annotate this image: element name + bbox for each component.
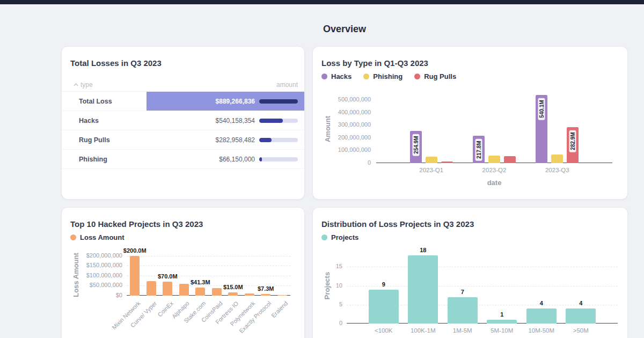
- x-axis-tick-label: 1M-5M: [453, 327, 472, 334]
- y-axis-tick-label: 100,000,000: [306, 146, 371, 153]
- y-axis-tick-label: $150,000,000: [58, 262, 122, 268]
- y-axis-tick-label: 10: [278, 282, 342, 289]
- amount-minibar: [259, 157, 298, 161]
- table-row[interactable]: Hacks$540,158,354: [62, 111, 304, 130]
- y-axis-tick-label: 400,000,000: [306, 109, 371, 115]
- gridline: [127, 256, 290, 256]
- table-body: Total Loss$889,266,836Hacks$540,158,354R…: [62, 92, 304, 169]
- bar-projects-1m-5m[interactable]: [448, 297, 478, 324]
- table-row[interactable]: Rug Pulls$282,958,482: [62, 130, 304, 150]
- y-axis-tick-label: $0: [58, 292, 122, 298]
- bar-value-label: 9: [382, 281, 385, 288]
- column-header-amount[interactable]: amount: [147, 81, 304, 89]
- y-axis-tick-label: 200,000,000: [306, 134, 371, 141]
- bar-phishing-2023-q2[interactable]: [488, 156, 500, 163]
- gridline: [127, 266, 290, 266]
- bar-rug-pulls-2023-q2[interactable]: [504, 156, 516, 163]
- bar-value-label: $41.3M: [191, 279, 210, 285]
- gridline: [127, 276, 290, 276]
- x-axis-tick-label: 2023-Q3: [545, 167, 569, 173]
- legend-item-projects[interactable]: Projects: [321, 233, 358, 241]
- row-amount-value: $540,158,354: [216, 117, 255, 124]
- x-axis-tick-label: 100K-1M: [411, 327, 436, 334]
- chart-legend: HacksPhishingRug Pulls: [321, 72, 456, 80]
- bar-value-label: $7.3M: [258, 285, 274, 292]
- loss-by-type-chart: 0100,000,000200,000,000300,000,000400,00…: [376, 93, 612, 163]
- row-type-label: Phishing: [62, 150, 147, 168]
- bar-loss-amount-polynetwork[interactable]: [245, 293, 254, 296]
- row-amount-cell: $540,158,354: [147, 111, 304, 130]
- loss-distribution-chart: 0510159<100K18100K-1M71M-5M15M-10M410M-5…: [347, 248, 618, 324]
- y-axis-tick-label: 500,000,000: [306, 96, 371, 102]
- y-axis-tick-label: $100,000,000: [58, 272, 122, 278]
- bar-projects-5m-10m[interactable]: [487, 320, 517, 324]
- y-axis-tick-label: 0: [306, 159, 371, 166]
- y-axis-tick-label: 5: [278, 301, 342, 307]
- bar-loss-amount-fortress-io[interactable]: [228, 292, 238, 296]
- bar-loss-amount-stake-com[interactable]: [195, 288, 205, 296]
- legend-label: Projects: [331, 233, 358, 241]
- amount-minibar-fill: [259, 138, 272, 142]
- bar-loss-amount-curve-vyper[interactable]: [147, 281, 156, 296]
- y-axis-tick-label: 15: [278, 263, 342, 269]
- bar-projects-10m-50m[interactable]: [526, 308, 557, 324]
- amount-minibar-fill: [259, 99, 298, 104]
- chart-legend: Projects: [321, 233, 358, 241]
- x-axis-tick-label: 5M-10M: [491, 327, 513, 334]
- x-axis-tick-text: Mixin Network: [111, 300, 141, 330]
- bar-value-text: 254.9M: [412, 134, 419, 156]
- row-amount-cell: $889,266,836: [147, 92, 304, 111]
- card-loss-distribution: Distribution of Loss Projects in Q3 2023…: [312, 207, 628, 338]
- row-type-label: Hacks: [62, 111, 147, 130]
- bar-value-label: 4: [579, 300, 582, 306]
- bar-rug-pulls-2023-q1[interactable]: [441, 161, 453, 164]
- legend-label: Phishing: [373, 72, 402, 80]
- row-amount-value: $282,958,482: [216, 136, 255, 144]
- row-type-label: Total Loss: [62, 92, 147, 111]
- y-axis-tick-label: $200,000,000: [58, 252, 122, 259]
- bar-loss-amount-eralend[interactable]: [277, 295, 287, 296]
- bar-value-text: 282.9M: [569, 130, 576, 152]
- bar-phishing-2023-q3[interactable]: [551, 155, 563, 163]
- legend-label: Hacks: [331, 72, 352, 80]
- legend-item-hacks[interactable]: Hacks: [321, 72, 352, 80]
- table-row[interactable]: Total Loss$889,266,836: [62, 92, 304, 111]
- bar-loss-amount-coinex[interactable]: [163, 282, 172, 296]
- x-axis-tick-label: 2023-Q1: [419, 167, 443, 173]
- y-axis-tick-label: $50,000,000: [58, 282, 122, 288]
- column-header-type[interactable]: type: [62, 81, 147, 89]
- bar-phishing-2023-q1[interactable]: [426, 157, 437, 163]
- gridline: [347, 286, 618, 286]
- amount-minibar: [259, 119, 298, 123]
- y-axis-tick-label: 0: [278, 320, 342, 326]
- legend-swatch-icon: [321, 234, 327, 240]
- table-header-row: type amount: [62, 78, 304, 92]
- card-title: Total Losses in Q3 2023: [70, 58, 162, 68]
- legend-item-rug-pulls[interactable]: Rug Pulls: [414, 72, 456, 80]
- bar-loss-amount-coinspaid[interactable]: [212, 288, 222, 296]
- legend-item-loss-amount[interactable]: Loss Amount: [70, 233, 125, 241]
- row-amount-cell: $282,958,482: [147, 130, 304, 149]
- bar-projects-50m[interactable]: [566, 308, 596, 324]
- legend-label: Rug Pulls: [424, 72, 456, 80]
- bar-projects-100k-1m[interactable]: [408, 255, 438, 324]
- x-axis-tick-label: 10M-50M: [528, 327, 554, 334]
- top-hacked-projects-chart: $0$50,000,000$100,000,000$150,000,000$20…: [127, 253, 290, 296]
- bar-projects-100k[interactable]: [369, 290, 399, 324]
- bar-loss-amount-exactly-protocol[interactable]: [261, 294, 270, 296]
- legend-swatch-icon: [363, 74, 369, 79]
- row-amount-value: $66,150,000: [219, 156, 255, 163]
- sort-ascending-icon: [74, 83, 78, 86]
- legend-item-phishing[interactable]: Phishing: [363, 72, 402, 80]
- bar-loss-amount-alphapo[interactable]: [179, 284, 189, 296]
- y-axis-tick-label: 300,000,000: [306, 121, 371, 128]
- card-top-hacked-projects: Top 10 Hacked Projects in Q3 2023 Loss A…: [61, 207, 305, 338]
- table-row[interactable]: Phishing$66,150,000: [62, 150, 304, 169]
- bar-loss-amount-mixin-network[interactable]: [130, 256, 140, 296]
- gridline: [347, 267, 618, 267]
- column-header-type-label: type: [80, 81, 93, 89]
- amount-minibar: [259, 99, 298, 104]
- x-axis-tick-label: >50M: [573, 327, 589, 334]
- row-amount-cell: $66,150,000: [147, 150, 304, 168]
- bar-value-text: 540.1M: [538, 98, 545, 120]
